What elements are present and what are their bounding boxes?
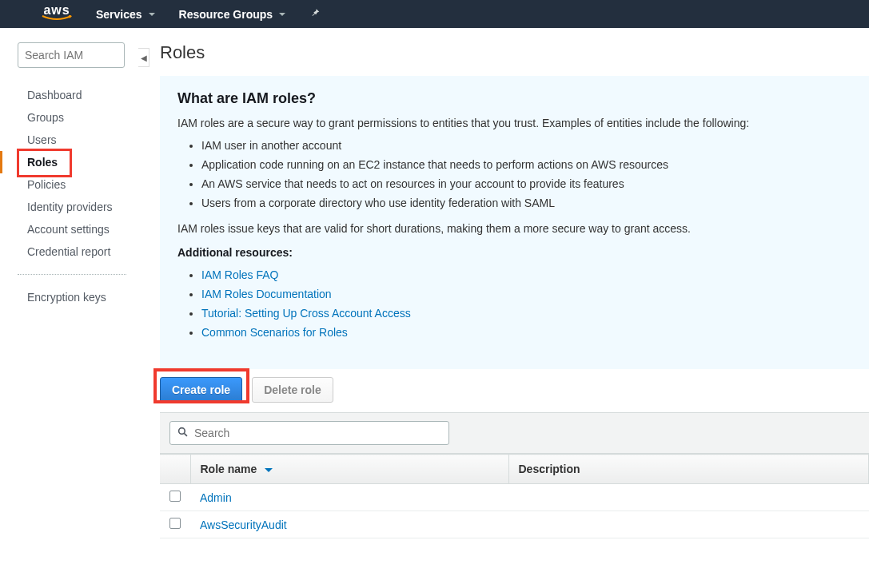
row-description bbox=[508, 511, 869, 538]
row-checkbox[interactable] bbox=[169, 491, 181, 502]
sidebar-item-encryption-keys[interactable]: Encryption keys bbox=[0, 286, 144, 308]
link-iam-roles-documentation[interactable]: IAM Roles Documentation bbox=[201, 288, 332, 300]
info-panel: What are IAM roles? IAM roles are a secu… bbox=[160, 76, 869, 369]
sidebar-item-credential-report[interactable]: Credential report bbox=[0, 240, 144, 263]
sidebar-nav-list: Dashboard Groups Users Roles Policies Id… bbox=[0, 84, 144, 263]
search-icon bbox=[177, 427, 188, 439]
nav-resource-groups[interactable]: Resource Groups bbox=[179, 8, 285, 21]
link-common-scenarios[interactable]: Common Scenarios for Roles bbox=[201, 326, 348, 339]
page-title: Roles bbox=[160, 42, 869, 63]
top-nav: aws Services Resource Groups bbox=[0, 0, 869, 28]
sidebar-item-identity-providers[interactable]: Identity providers bbox=[0, 196, 144, 218]
sidebar-item-groups[interactable]: Groups bbox=[0, 106, 144, 129]
table-search-input[interactable] bbox=[169, 421, 449, 445]
col-role-name[interactable]: Role name bbox=[190, 455, 508, 484]
aws-smile-icon bbox=[42, 15, 72, 20]
action-row: Create role Delete role bbox=[160, 377, 869, 412]
info-bullet: Application code running on an EC2 insta… bbox=[201, 155, 851, 174]
row-description bbox=[508, 484, 869, 511]
row-checkbox[interactable] bbox=[169, 518, 181, 529]
info-bullet: Users from a corporate directory who use… bbox=[201, 193, 851, 213]
info-links-list: IAM Roles FAQ IAM Roles Documentation Tu… bbox=[177, 265, 851, 342]
table-toolbar bbox=[160, 412, 869, 454]
col-checkbox bbox=[160, 455, 190, 484]
aws-logo-text: aws bbox=[43, 5, 70, 16]
link-cross-account-tutorial[interactable]: Tutorial: Setting Up Cross Account Acces… bbox=[201, 307, 411, 320]
pin-icon[interactable] bbox=[309, 7, 321, 21]
table-row[interactable]: Admin bbox=[160, 484, 869, 511]
nav-services-label: Services bbox=[96, 8, 142, 21]
nav-services[interactable]: Services bbox=[96, 8, 155, 21]
role-link[interactable]: AwsSecurityAudit bbox=[200, 518, 287, 531]
main-content: Roles What are IAM roles? IAM roles are … bbox=[144, 28, 869, 588]
sidebar-divider bbox=[18, 274, 126, 275]
col-role-name-label: Role name bbox=[201, 463, 257, 475]
sidebar: ◀ Dashboard Groups Users Roles Policies … bbox=[0, 28, 144, 588]
sort-descending-icon bbox=[265, 468, 273, 472]
info-intro: IAM roles are a secure way to grant perm… bbox=[177, 117, 851, 129]
info-heading: What are IAM roles? bbox=[177, 90, 851, 107]
svg-line-1 bbox=[184, 433, 187, 436]
table-row[interactable]: AwsSecurityAudit bbox=[160, 511, 869, 538]
info-entities-list: IAM user in another account Application … bbox=[177, 136, 851, 213]
svg-point-0 bbox=[179, 428, 185, 435]
delete-role-button[interactable]: Delete role bbox=[252, 377, 333, 403]
sidebar-item-roles[interactable]: Roles bbox=[0, 151, 144, 173]
sidebar-item-users[interactable]: Users bbox=[0, 129, 144, 151]
sidebar-item-dashboard[interactable]: Dashboard bbox=[0, 84, 144, 106]
aws-logo[interactable]: aws bbox=[42, 5, 72, 21]
roles-table: Role name Description Admin AwsSecurityA… bbox=[160, 454, 869, 538]
create-role-button[interactable]: Create role bbox=[160, 377, 242, 403]
info-bullet: IAM user in another account bbox=[201, 136, 851, 155]
link-iam-roles-faq[interactable]: IAM Roles FAQ bbox=[201, 268, 278, 281]
info-after: IAM roles issue keys that are valid for … bbox=[177, 222, 851, 235]
sidebar-item-account-settings[interactable]: Account settings bbox=[0, 218, 144, 240]
caret-down-icon bbox=[279, 13, 285, 16]
info-bullet: An AWS service that needs to act on reso… bbox=[201, 174, 851, 193]
col-description[interactable]: Description bbox=[508, 455, 869, 484]
sidebar-search-input[interactable] bbox=[18, 42, 125, 68]
info-additional-label: Additional resources: bbox=[177, 246, 293, 259]
sidebar-collapse-handle[interactable]: ◀ bbox=[138, 48, 149, 67]
role-link[interactable]: Admin bbox=[200, 491, 232, 504]
nav-resource-groups-label: Resource Groups bbox=[179, 8, 273, 21]
caret-down-icon bbox=[149, 13, 155, 16]
